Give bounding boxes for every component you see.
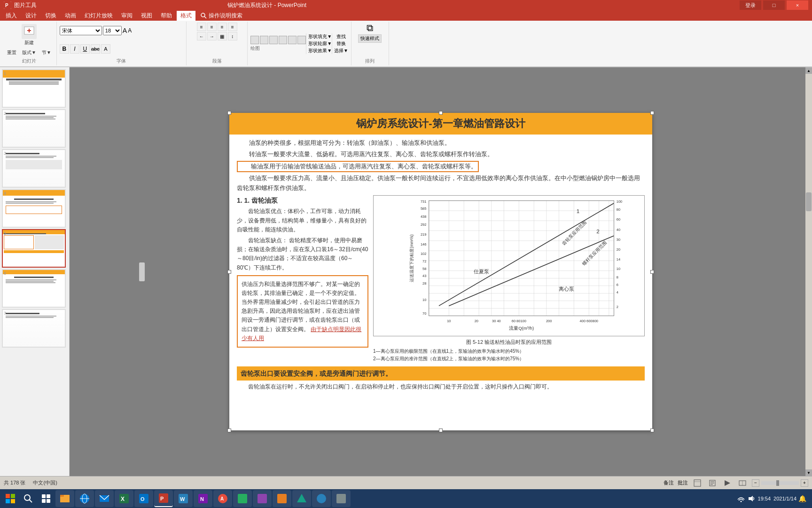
shape-fill-btn[interactable]: 形状填充▼ [308, 33, 332, 40]
shape-line[interactable] [279, 36, 287, 44]
handle-mr[interactable] [650, 270, 654, 274]
close-button[interactable]: × [787, 0, 808, 10]
scroll-down[interactable]: ▼ [805, 469, 812, 476]
slide-thumb-7[interactable]: 7 [2, 309, 66, 348]
slide-thumb-3[interactable]: 3 [2, 149, 66, 188]
view-reading[interactable] [737, 478, 748, 488]
layout-btn[interactable]: 版式▼ [20, 48, 39, 57]
taskbar-app1[interactable]: A [213, 490, 232, 507]
align-center-btn[interactable]: ≡ [207, 23, 217, 31]
taskbar-mail[interactable] [95, 490, 114, 507]
bold-button[interactable]: B [60, 44, 69, 54]
shape-rect[interactable] [250, 36, 259, 44]
scroll-up[interactable]: ▲ [805, 67, 812, 74]
handle-bl[interactable] [227, 429, 231, 432]
taskbar-explorer[interactable] [55, 490, 74, 507]
taskbar-app2[interactable] [233, 490, 252, 507]
menu-insert[interactable]: 插入 [2, 11, 21, 21]
columns-btn[interactable]: ▦ [218, 32, 227, 40]
review-btn[interactable]: 批注 [678, 479, 688, 486]
handle-tm[interactable] [439, 111, 443, 115]
system-icons: 19:54 2021/1/14 [737, 495, 796, 502]
italic-button[interactable]: I [70, 44, 79, 54]
new-slide-button[interactable]: 新建 [19, 23, 39, 48]
indent-increase-btn[interactable]: → [207, 32, 217, 40]
font-size-select[interactable]: 18 [103, 26, 122, 35]
slide-thumb-2[interactable]: 2 [2, 109, 66, 148]
taskbar-app5[interactable] [292, 490, 311, 507]
handle-bm[interactable] [439, 429, 443, 432]
line-num-1: 1 [577, 208, 580, 214]
shape-triangle[interactable] [269, 36, 278, 44]
reset-btn[interactable]: 重置 [5, 48, 19, 57]
select-btn[interactable]: 选择▼ [334, 48, 348, 54]
shape-outline-btn[interactable]: 形状轮廓▼ [308, 40, 332, 47]
login-button[interactable]: 登录 [740, 0, 761, 10]
slide-thumb-6[interactable]: 6 [2, 269, 66, 308]
menu-animation[interactable]: 动画 [61, 11, 80, 21]
slide-thumb-5[interactable]: 5 [2, 229, 66, 268]
notification-btn[interactable]: 🔔 [798, 495, 806, 502]
menu-view[interactable]: 视图 [137, 11, 156, 21]
view-normal[interactable] [692, 478, 703, 488]
taskbar-powerpoint[interactable]: P [154, 490, 173, 507]
font-family-select[interactable]: 宋体 [60, 26, 102, 35]
shape-text[interactable] [297, 36, 306, 44]
font-size-decrease[interactable]: A [128, 27, 132, 34]
underline-button[interactable]: U [80, 44, 90, 54]
justify-btn[interactable]: ≡ [228, 23, 237, 31]
taskbar-onenote[interactable]: N [194, 490, 212, 507]
ribbon-group-font: 宋体 18 A A B I U abc A 字体 [57, 22, 187, 65]
handle-tl[interactable] [227, 111, 231, 115]
slide-thumb-1[interactable]: 1 [2, 69, 66, 108]
taskbar-app6[interactable] [312, 490, 331, 507]
taskbar-word[interactable]: W [174, 490, 193, 507]
menu-slideshow[interactable]: 幻灯片放映 [81, 11, 117, 21]
taskbar-app4[interactable] [273, 490, 291, 507]
line-spacing-btn[interactable]: ↕ [228, 32, 237, 40]
arrange-btn[interactable]: ⧉ [367, 23, 373, 33]
start-btn[interactable] [2, 490, 19, 507]
align-right-btn[interactable]: ≡ [218, 23, 227, 31]
taskbar-outlook[interactable]: O [134, 490, 153, 507]
zoom-in[interactable]: + [801, 479, 808, 487]
strikethrough-button[interactable]: abc [91, 44, 100, 54]
task-view-btn[interactable] [38, 490, 55, 507]
menu-transition[interactable]: 切换 [41, 11, 60, 21]
shape-circle[interactable] [260, 36, 268, 44]
align-left-btn[interactable]: ≡ [197, 23, 206, 31]
shape-arrow[interactable] [288, 36, 297, 44]
menu-help[interactable]: 帮助 [157, 11, 176, 21]
indent-decrease-btn[interactable]: ← [197, 32, 206, 40]
handle-br[interactable] [650, 429, 654, 432]
view-slideshow[interactable] [722, 478, 733, 488]
taskbar-app3[interactable] [253, 490, 272, 507]
maximize-button[interactable]: □ [763, 0, 785, 10]
replace-btn[interactable]: 替换 [334, 40, 348, 47]
zoom-slider[interactable] [761, 481, 799, 485]
view-outline[interactable] [707, 478, 718, 488]
v-scrollbar[interactable]: ▲ ▼ [805, 67, 812, 476]
zoom-out[interactable]: − [752, 479, 759, 487]
section-btn[interactable]: 节▼ [39, 48, 54, 57]
y-label-10: 10 [422, 297, 426, 302]
font-color-button[interactable]: A [101, 44, 110, 54]
taskbar-app7[interactable] [332, 490, 351, 507]
handle-tr[interactable] [650, 111, 654, 115]
handle-ml[interactable] [227, 270, 231, 274]
taskbar-excel[interactable]: X [115, 490, 133, 507]
menu-search[interactable]: 操作说明搜索 [196, 11, 246, 21]
search-btn[interactable] [20, 490, 37, 507]
scroll-left[interactable] [139, 262, 145, 281]
shape-effect-btn[interactable]: 形状效果▼ [308, 48, 332, 54]
taskbar-browser[interactable] [75, 490, 94, 507]
slide-thumb-4[interactable]: 4 [2, 189, 66, 228]
quick-styles-btn[interactable]: 快速样式 [358, 34, 382, 43]
font-size-increase[interactable]: A [123, 27, 127, 34]
menu-review[interactable]: 审阅 [117, 11, 136, 21]
find-btn[interactable]: 查找 [334, 33, 348, 40]
scroll-thumb[interactable] [806, 192, 812, 211]
menu-design[interactable]: 设计 [22, 11, 40, 21]
comments-btn[interactable]: 备注 [664, 479, 674, 486]
menu-format[interactable]: 格式 [177, 11, 195, 21]
